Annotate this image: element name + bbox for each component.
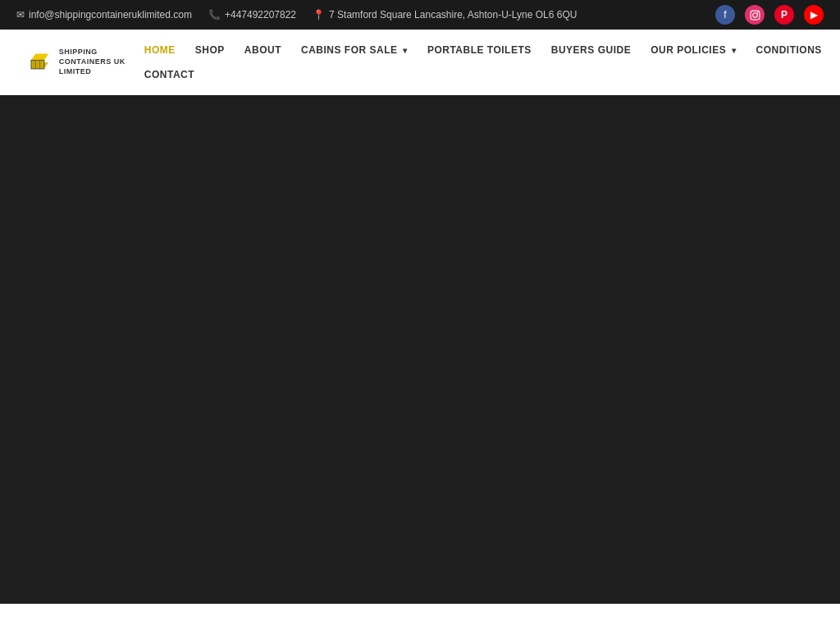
- top-bar-contact-info: ✉ info@shippingcontaineruklimited.com 📞 …: [16, 9, 577, 21]
- nav-contact[interactable]: CONTACT: [135, 62, 204, 87]
- nav-row-1: HOME SHOP ABOUT CABINS FOR SALE ▾ PORTAB…: [135, 38, 832, 62]
- logo-text: SHIPPING CONTAINERS UK LIMITED: [59, 48, 135, 76]
- phone-item[interactable]: 📞 +447492207822: [208, 9, 296, 21]
- navigation: HOME SHOP ABOUT CABINS FOR SALE ▾ PORTAB…: [135, 38, 832, 87]
- nav-conditions[interactable]: CONDITIONS: [746, 38, 831, 62]
- address-text: 7 Stamford Square Lancashire, Ashton-U-L…: [329, 9, 577, 21]
- pinterest-icon[interactable]: P: [774, 5, 794, 25]
- facebook-icon[interactable]: f: [715, 5, 735, 25]
- cabins-dropdown-arrow: ▾: [403, 46, 408, 55]
- nav-cabins-for-sale[interactable]: CABINS FOR SALE ▾: [291, 38, 418, 62]
- nav-about[interactable]: ABOUT: [235, 38, 291, 62]
- svg-rect-0: [751, 11, 760, 20]
- policies-dropdown-arrow: ▾: [732, 46, 737, 55]
- nav-home[interactable]: HOME: [135, 38, 185, 62]
- address-item: 📍 7 Stamford Square Lancashire, Ashton-U…: [313, 9, 577, 21]
- phone-text: +447492207822: [225, 9, 296, 21]
- logo[interactable]: SHIPPING CONTAINERS UK LIMITED: [25, 38, 135, 87]
- social-links: f P ▶: [715, 5, 824, 25]
- nav-row-2: CONTACT: [135, 62, 832, 87]
- phone-icon: 📞: [208, 9, 221, 21]
- nav-portable-toilets[interactable]: PORTABLE TOILETS: [418, 38, 541, 62]
- svg-rect-4: [31, 60, 44, 69]
- youtube-icon[interactable]: ▶: [804, 5, 824, 25]
- email-item[interactable]: ✉ info@shippingcontaineruklimited.com: [16, 9, 192, 21]
- email-text: info@shippingcontaineruklimited.com: [29, 9, 192, 21]
- instagram-icon[interactable]: [745, 5, 765, 25]
- top-bar: ✉ info@shippingcontaineruklimited.com 📞 …: [0, 0, 840, 30]
- svg-point-1: [752, 12, 756, 16]
- svg-marker-5: [31, 53, 48, 60]
- main-content: [0, 95, 840, 604]
- location-icon: 📍: [313, 9, 325, 21]
- nav-buyers-guide[interactable]: BUYERS GUIDE: [541, 38, 641, 62]
- header: SHIPPING CONTAINERS UK LIMITED HOME SHOP…: [0, 30, 840, 95]
- logo-icon: [25, 38, 51, 87]
- nav-shop[interactable]: SHOP: [185, 38, 235, 62]
- nav-our-policies[interactable]: OUR POLICIES ▾: [641, 38, 746, 62]
- svg-point-2: [756, 11, 758, 13]
- email-icon: ✉: [16, 9, 25, 21]
